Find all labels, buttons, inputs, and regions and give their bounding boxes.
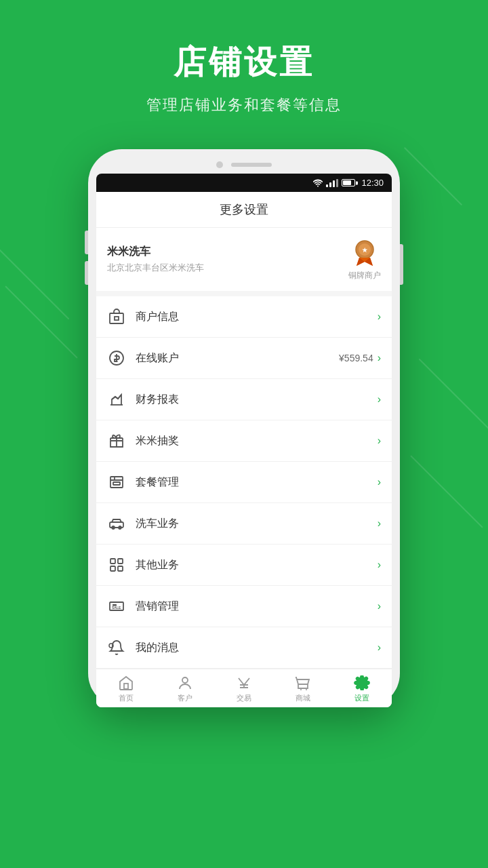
svg-rect-3: [110, 313, 123, 323]
svg-text:★: ★: [362, 247, 368, 254]
home-nav-icon: [117, 675, 136, 691]
user-nav-icon: [176, 675, 195, 691]
menu-item-package[interactable]: 套餐管理 ›: [96, 462, 392, 503]
nav-label-settings: 设置: [354, 693, 369, 703]
svg-point-21: [182, 677, 188, 683]
status-time: 12:30: [361, 178, 384, 188]
chart-icon: [107, 390, 126, 409]
grid-icon: [107, 555, 126, 574]
phone-speaker: [231, 163, 272, 167]
menu-item-marketing[interactable]: SALE 营销管理 ›: [96, 586, 392, 627]
arrow-icon: ›: [378, 352, 381, 364]
yen-nav-icon: [235, 675, 253, 691]
menu-label-marketing: 营销管理: [136, 599, 378, 614]
battery-icon: [342, 179, 355, 186]
nav-label-customer: 客户: [178, 693, 192, 703]
store-icon: [107, 307, 126, 326]
svg-rect-4: [115, 317, 119, 320]
svg-text:SALE: SALE: [112, 606, 121, 610]
menu-item-merchant-info[interactable]: 商户信息 ›: [96, 296, 392, 338]
menu-label-other: 其他业务: [136, 558, 378, 572]
wifi-icon: [313, 179, 323, 187]
bronze-medal-icon: ★: [350, 237, 380, 267]
bell-icon: [107, 638, 126, 657]
menu-item-online-account[interactable]: 在线账户 ¥559.54 ›: [96, 338, 392, 379]
arrow-icon: ›: [378, 476, 381, 488]
nav-item-shop[interactable]: 商城: [288, 675, 318, 703]
menu-item-other[interactable]: 其他业务 ›: [96, 545, 392, 586]
page-title: 店铺设置: [0, 41, 488, 84]
phone-camera: [216, 161, 223, 168]
svg-point-22: [300, 689, 302, 690]
nav-label-transaction: 交易: [237, 693, 251, 703]
merchant-address: 北京北京丰台区米米洗车: [107, 262, 204, 274]
svg-rect-14: [110, 566, 115, 571]
svg-point-23: [306, 689, 307, 690]
menu-label-carwash: 洗车业务: [136, 517, 378, 531]
signal-icon: [326, 179, 338, 187]
nav-label-home: 首页: [119, 693, 134, 703]
merchant-info-section: 米米洗车 北京北京丰台区米米洗车 ★ 铜牌商户: [96, 228, 392, 296]
nav-item-transaction[interactable]: 交易: [229, 675, 259, 703]
menu-label-messages: 我的消息: [136, 641, 378, 655]
merchant-name: 米米洗车: [107, 245, 204, 259]
menu-item-carwash[interactable]: 洗车业务 ›: [96, 503, 392, 545]
svg-rect-12: [110, 559, 115, 564]
app-header-title: 更多设置: [220, 203, 268, 216]
merchant-badge: ★ 铜牌商户: [348, 237, 381, 281]
car-icon: [107, 514, 126, 533]
arrow-icon: ›: [378, 517, 381, 530]
menu-list: 商户信息 › 在线账户 ¥559.54 ›: [96, 296, 392, 669]
phone-mockup: 12:30 更多设置 米米洗车 北京北京丰台区米米洗车: [0, 149, 488, 707]
svg-rect-15: [118, 566, 123, 571]
menu-label-online-account: 在线账户: [136, 351, 339, 366]
menu-label-merchant-info: 商户信息: [136, 310, 378, 324]
app-header: 更多设置: [96, 192, 392, 228]
menu-item-finance[interactable]: 财务报表 ›: [96, 379, 392, 420]
badge-label: 铜牌商户: [348, 270, 381, 281]
sale-icon: SALE: [107, 597, 126, 616]
arrow-icon: ›: [378, 435, 381, 447]
nav-item-customer[interactable]: 客户: [170, 675, 200, 703]
arrow-icon: ›: [378, 311, 381, 323]
package-icon: [107, 473, 126, 492]
shop-nav-icon: [293, 675, 312, 691]
nav-item-home[interactable]: 首页: [111, 675, 141, 703]
nav-item-settings[interactable]: 设置: [347, 675, 377, 703]
svg-rect-13: [118, 559, 123, 564]
status-bar: 12:30: [96, 174, 392, 192]
svg-rect-20: [124, 684, 128, 689]
arrow-icon: ›: [378, 559, 381, 571]
menu-label-package: 套餐管理: [136, 475, 378, 490]
page-subtitle: 管理店铺业务和套餐等信息: [0, 95, 488, 115]
menu-label-lottery: 米米抽奖: [136, 434, 378, 448]
gear-nav-icon: [352, 675, 371, 691]
nav-label-shop: 商城: [296, 693, 310, 703]
dollar-icon: [107, 349, 126, 368]
menu-label-finance: 财务报表: [136, 393, 378, 407]
bottom-nav: 首页 客户: [96, 669, 392, 707]
menu-item-messages[interactable]: 我的消息 ›: [96, 627, 392, 669]
gift-icon: [107, 431, 126, 450]
arrow-icon: ›: [378, 642, 381, 654]
account-value: ¥559.54: [339, 353, 373, 363]
arrow-icon: ›: [378, 600, 381, 612]
svg-rect-8: [113, 482, 120, 485]
menu-item-lottery[interactable]: 米米抽奖 ›: [96, 420, 392, 462]
arrow-icon: ›: [378, 393, 381, 406]
